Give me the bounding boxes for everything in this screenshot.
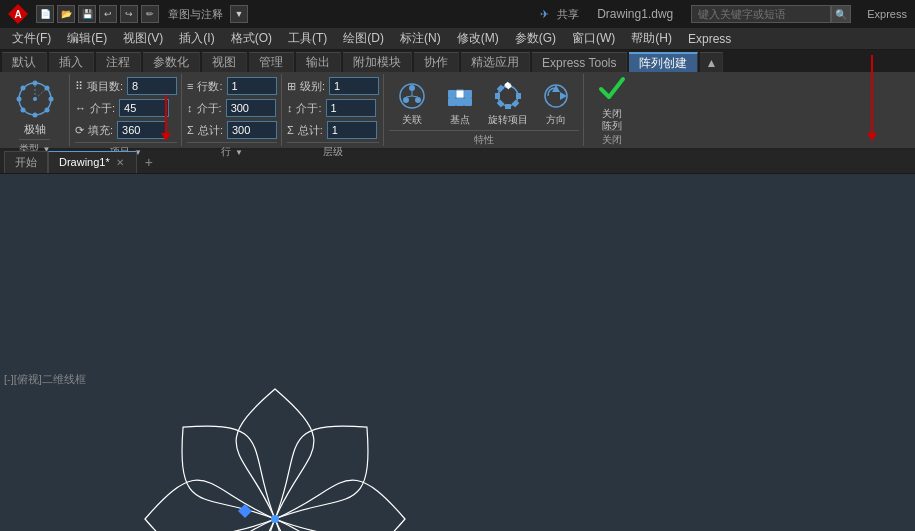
svg-point-4 xyxy=(44,108,49,113)
svg-point-8 xyxy=(20,86,25,91)
item-fill-input[interactable] xyxy=(117,121,167,139)
svg-line-11 xyxy=(35,88,47,99)
svg-point-6 xyxy=(20,108,25,113)
tab-add-btn[interactable]: + xyxy=(137,151,161,173)
level-count-row: ⊞ 级别: xyxy=(287,76,379,96)
tab-parametric[interactable]: 参数化 xyxy=(143,52,200,72)
item-between-input[interactable] xyxy=(119,99,169,117)
base-point-icon xyxy=(444,80,476,112)
close-btn-wrapper: 关闭陈列 xyxy=(589,76,635,128)
menu-draw[interactable]: 绘图(D) xyxy=(335,28,392,49)
tab-start[interactable]: 开始 xyxy=(4,151,48,173)
svg-rect-30 xyxy=(505,104,511,109)
open-file-icon[interactable]: 📂 xyxy=(57,5,75,23)
direction-icon xyxy=(540,80,572,112)
menu-insert[interactable]: 插入(I) xyxy=(171,28,222,49)
center-label: 章图与注释 xyxy=(168,7,223,22)
new-file-icon[interactable]: 📄 xyxy=(36,5,54,23)
tab-output[interactable]: 输出 xyxy=(296,52,341,72)
ribbon-tabs: 默认 插入 注程 参数化 视图 管理 输出 附加模块 协作 精选应用 Expre… xyxy=(0,50,915,72)
menu-edit[interactable]: 编辑(E) xyxy=(59,28,115,49)
tab-drawing1-label: Drawing1* xyxy=(59,156,110,168)
tab-manage[interactable]: 管理 xyxy=(249,52,294,72)
share-label[interactable]: 共享 xyxy=(557,7,579,22)
ribbon-panel: 极轴 类型 ▼ ⠿ 项目数: ↔ 介于: ⟳ 填充: xyxy=(0,72,915,150)
associate-btn[interactable]: 关联 xyxy=(389,76,435,128)
filename: Drawing1.dwg xyxy=(597,7,673,21)
item-count-input[interactable] xyxy=(127,77,177,95)
associate-icon xyxy=(396,80,428,112)
menu-window[interactable]: 窗口(W) xyxy=(564,28,623,49)
center-point xyxy=(271,515,279,523)
menu-view[interactable]: 视图(V) xyxy=(115,28,171,49)
close-group-label[interactable]: 关闭 xyxy=(602,130,622,147)
svg-point-3 xyxy=(48,97,53,102)
tab-addons[interactable]: 附加模块 xyxy=(343,52,412,72)
tab-annotate[interactable]: 注程 xyxy=(96,52,141,72)
express-menu[interactable]: Express xyxy=(867,8,907,20)
dropdown-icon[interactable]: ▼ xyxy=(230,5,248,23)
svg-rect-24 xyxy=(464,98,472,106)
tab-array-create[interactable]: 阵列创建 xyxy=(629,52,698,72)
tab-express-tools[interactable]: Express Tools xyxy=(532,52,627,72)
base-point-btn[interactable]: 基点 xyxy=(437,76,483,128)
menu-modify[interactable]: 修改(M) xyxy=(449,28,507,49)
level-group: ⊞ 级别: ↕ 介于: Σ 总计: 层级 xyxy=(283,74,384,146)
row-count-row: ≡ 行数: xyxy=(187,76,277,96)
title-bar: A 📄 📂 💾 ↩ ↪ ✏ 章图与注释 ▼ ✈ 共享 Drawing1.dwg … xyxy=(0,0,915,28)
level-total-input[interactable] xyxy=(327,121,377,139)
properties-group-label[interactable]: 特性 xyxy=(389,130,579,147)
rotate-items-btn[interactable]: 旋转项目 xyxy=(485,76,531,128)
menu-file[interactable]: 文件(F) xyxy=(4,28,59,49)
search-button[interactable]: 🔍 xyxy=(831,5,851,23)
svg-point-5 xyxy=(32,113,37,118)
close-array-btn[interactable]: 关闭陈列 xyxy=(589,76,635,128)
level-between-row: ↕ 介于: xyxy=(287,98,379,118)
tab-drawing1-close[interactable]: ✕ xyxy=(114,157,126,168)
rotate-items-label: 旋转项目 xyxy=(488,114,528,125)
menu-help[interactable]: 帮助(H) xyxy=(623,28,680,49)
redo-icon[interactable]: ↪ xyxy=(120,5,138,23)
level-group-label[interactable]: 层级 xyxy=(287,142,379,159)
close-group: 关闭陈列 关闭 xyxy=(585,74,639,146)
svg-rect-20 xyxy=(456,90,464,98)
direction-btn[interactable]: 方向 xyxy=(533,76,579,128)
svg-rect-33 xyxy=(497,84,505,92)
search-input[interactable] xyxy=(691,5,831,23)
row-count-icon: ≡ xyxy=(187,80,193,92)
menu-format[interactable]: 格式(O) xyxy=(223,28,280,49)
row-between-input[interactable] xyxy=(226,99,276,117)
item-between-label: 介于: xyxy=(90,101,115,116)
svg-line-17 xyxy=(412,96,418,97)
tab-view[interactable]: 视图 xyxy=(202,52,247,72)
checkmark-icon xyxy=(597,73,627,106)
save-icon[interactable]: 💾 xyxy=(78,5,96,23)
row-group-label[interactable]: 行 ▼ xyxy=(187,142,277,159)
tab-expand[interactable]: ▲ xyxy=(700,52,723,72)
menu-express[interactable]: Express xyxy=(680,30,739,48)
drawing-canvas: [-][俯视]二维线框 xyxy=(0,174,915,531)
svg-point-15 xyxy=(403,97,409,103)
polar-array-icon[interactable] xyxy=(14,78,56,120)
item-fields: ⠿ 项目数: ↔ 介于: ⟳ 填充: xyxy=(75,76,177,140)
level-between-input[interactable] xyxy=(326,99,376,117)
tab-default[interactable]: 默认 xyxy=(2,52,47,72)
menu-annotate[interactable]: 标注(N) xyxy=(392,28,449,49)
share-icon: ✈ xyxy=(540,8,549,21)
menu-param[interactable]: 参数(G) xyxy=(507,28,564,49)
svg-rect-32 xyxy=(495,93,500,99)
tab-insert[interactable]: 插入 xyxy=(49,52,94,72)
tab-collab[interactable]: 协作 xyxy=(414,52,459,72)
tab-drawing1[interactable]: Drawing1* ✕ xyxy=(48,151,137,173)
level-count-input[interactable] xyxy=(329,77,379,95)
item-between-icon: ↔ xyxy=(75,102,86,114)
properties-buttons: 关联 基点 xyxy=(389,76,579,128)
row-total-label: 总计: xyxy=(198,123,223,138)
menu-tools[interactable]: 工具(T) xyxy=(280,28,335,49)
row-count-input[interactable] xyxy=(227,77,277,95)
annotate-icon[interactable]: ✏ xyxy=(141,5,159,23)
svg-point-14 xyxy=(415,97,421,103)
row-total-input[interactable] xyxy=(227,121,277,139)
undo-icon[interactable]: ↩ xyxy=(99,5,117,23)
tab-featured[interactable]: 精选应用 xyxy=(461,52,530,72)
